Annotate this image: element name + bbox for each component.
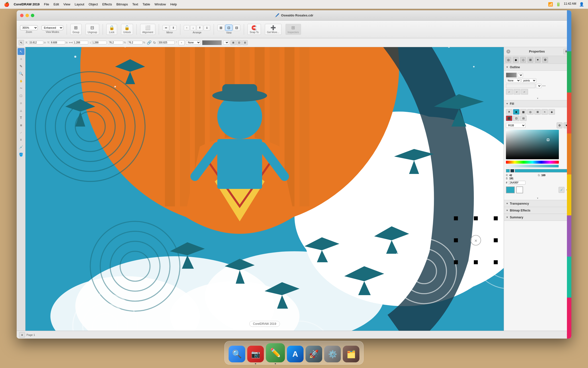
snap-button[interactable]: 🧲 Snap To [247,24,261,35]
add-page-button[interactable]: + [19,332,25,338]
rotation-input[interactable] [158,41,175,44]
transparency-section-header[interactable]: ▼ Transparency [504,200,571,207]
alignment-button[interactable]: ⬜ Alignment [140,24,155,35]
outline-section-header[interactable]: ▼ Outline [504,64,571,71]
dock-coreldraw[interactable]: ✏️ [266,343,285,362]
view-mode-select[interactable]: Enhanced Normal Draft [42,25,63,30]
minimize-button[interactable] [25,14,29,17]
fill-sub-btn3[interactable]: ⊟ [520,116,527,121]
ellipse-tool[interactable]: ○ [18,100,24,106]
table-menu[interactable]: Table [143,2,150,6]
outline-none-select[interactable]: None [506,79,521,83]
pan-tool[interactable]: ✋ [18,78,24,84]
text-tool[interactable]: T [18,114,24,121]
lock-button[interactable]: 🔒 Lock [106,24,117,35]
color-mode-select[interactable]: RGB CMYK HSL [506,123,526,128]
rect-tool[interactable]: □ [18,92,24,99]
fill-sub-btn2[interactable]: ⊡ [513,116,519,121]
fill-ps-btn[interactable]: ◈ [549,109,555,115]
dock-finder[interactable]: 🔍 [229,346,245,362]
palette-green[interactable] [567,51,571,92]
help-menu[interactable]: Help [170,2,177,6]
mirror-h-button[interactable]: ⇔ [162,25,169,31]
polygon-tool[interactable]: △ [18,107,24,114]
hue-slider[interactable] [506,161,559,164]
blend-tool[interactable]: ⧖ [18,136,24,143]
outline-select[interactable]: None [186,40,201,45]
arrange-btn3[interactable]: ⇑ [196,25,203,31]
view-btn3[interactable]: ⊟ [233,25,240,31]
dock-screenium[interactable]: 📷 [247,346,264,362]
inspectors-button[interactable]: ⊞ Inspectors [285,24,301,35]
join-style-btn3[interactable]: ⌐ [521,89,528,94]
y-input[interactable] [50,41,65,44]
fill-expand-icon[interactable]: ▾ [537,197,538,199]
palette-yellow[interactable] [567,174,571,215]
zoom-tool[interactable]: 🔍 [18,70,24,77]
view-btn2[interactable]: ⊡ [225,25,233,31]
apple-menu[interactable]: 🍎 [4,2,9,7]
tab-settings-icon[interactable]: ⚙ [542,57,548,63]
tab-outline-icon[interactable]: ◇ [520,57,526,63]
outline-expand-icon[interactable]: ▾ [537,97,538,100]
outline-units-select[interactable]: points [522,79,536,83]
fill-pattern-btn[interactable]: ⊞ [534,109,541,115]
scale-icon[interactable]: ⊡ [236,40,242,45]
outline-color-select[interactable]: ▼ [518,73,523,77]
object-menu[interactable]: Object [89,2,98,6]
eyedropper-tool[interactable]: 💉 [18,144,24,151]
edit-menu[interactable]: Edit [53,2,59,6]
panel-close-button[interactable]: × [506,50,510,53]
text-menu[interactable]: Text [132,2,138,6]
fill-solid-btn[interactable]: ■ [513,109,519,115]
line-style-select[interactable]: ▼ [223,40,229,45]
connector-tool[interactable]: ⟋ [18,129,24,136]
old-color-swatch[interactable] [516,186,523,193]
dock-system-prefs[interactable]: ⚙️ [324,346,341,362]
bitmap-effects-section-header[interactable]: ▼ Bitmap Effects [504,207,571,214]
mirror-v-button[interactable]: ⇕ [170,25,177,31]
bitmaps-menu[interactable]: Bitmaps [116,2,128,6]
palette-pink[interactable] [567,298,571,331]
unlock-button[interactable]: 🔓 Unlock [121,24,133,35]
zoom-select[interactable]: 355% 100% 200% [20,25,38,30]
tab-object-icon[interactable]: ◎ [505,57,511,63]
current-color-swatch[interactable] [506,186,515,193]
fill-none-btn[interactable]: ✕ [506,109,512,115]
palette-orange[interactable] [567,133,571,174]
file-menu[interactable]: File [44,2,49,6]
dock-text-editor[interactable]: A [287,346,304,362]
select-tool[interactable]: ↖ [18,48,24,55]
curve-tool[interactable]: 〜 [18,85,24,92]
dock-archive[interactable]: 🗂️ [343,346,359,362]
lock-proportions-icon[interactable]: 🔗 [147,40,152,45]
tab-effects-icon[interactable]: ✦ [535,57,541,63]
layout-menu[interactable]: Layout [75,2,84,6]
app-menu[interactable]: CorelDRAW 2019 [14,2,39,6]
arrange-btn1[interactable]: ↑ [184,25,190,30]
palette-purple[interactable] [567,215,571,256]
more-icon[interactable]: ⊟ [242,40,248,45]
join-style-btn1[interactable]: ⌐ [506,89,513,94]
palette-teal[interactable] [567,257,571,298]
color-settings-btn[interactable]: ⚙ [557,122,563,128]
tab-transform-icon[interactable]: ⊞ [527,57,533,63]
fill-texture-btn[interactable]: ≈ [541,109,548,115]
transform-icon[interactable]: ⊞ [231,40,236,45]
fill-section-header[interactable]: ▼ Fill [504,100,571,107]
view-btn1[interactable]: ⊞ [217,25,225,31]
hex-input[interactable] [508,181,526,184]
view-menu[interactable]: View [63,2,70,6]
ungroup-button[interactable]: ⊟ Ungroup [86,24,99,35]
color-gradient-picker[interactable] [506,130,569,159]
scale-y-input[interactable] [127,41,143,44]
node-tool[interactable]: ⊹ [18,55,24,62]
maximize-button[interactable] [31,14,34,17]
group-button[interactable]: ⊞ Group [70,24,82,35]
canvas-area[interactable]: × CorelDRAW 2019 [25,47,504,331]
effects-menu[interactable]: Effects [102,2,112,6]
fill-radial-btn[interactable]: ◎ [527,109,534,115]
scale-x-input[interactable] [108,41,123,44]
swatch-teal[interactable] [506,169,510,172]
eyedropper-btn[interactable]: 💉 [559,187,564,193]
